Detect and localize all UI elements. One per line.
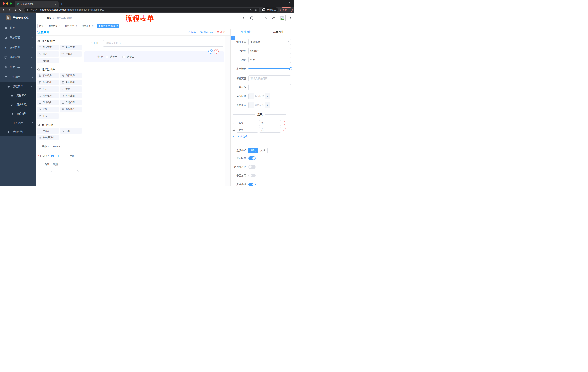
palette-item-counter[interactable]: 123计数器 [60, 51, 82, 57]
radio-on[interactable] [51, 155, 54, 158]
link-tag[interactable] [231, 36, 235, 40]
forward-icon[interactable] [7, 8, 12, 12]
slider-track[interactable] [248, 68, 291, 69]
palette-item-row-container[interactable]: 行容器 [37, 128, 59, 134]
tab-search-chevron-icon[interactable] [289, 2, 292, 4]
default-value-input[interactable]: 1 [248, 84, 291, 90]
palette-item-button[interactable]: 按钮 [60, 128, 82, 134]
back-icon[interactable] [1, 8, 6, 12]
tag-process-definition[interactable]: 流程定义× [47, 24, 62, 28]
remove-option-button[interactable]: − [283, 121, 286, 125]
resize-handle-icon[interactable] [77, 170, 78, 171]
sidebar-item-task-mgmt[interactable]: 任务管理 [0, 118, 36, 128]
tag-close-icon[interactable]: × [116, 25, 118, 27]
avatar[interactable] [279, 15, 286, 21]
sidebar-item-devtools[interactable]: 研发工具 [0, 62, 36, 72]
fullscreen-icon[interactable] [264, 17, 268, 20]
sidebar-item-workflow[interactable]: 工作流程 [0, 72, 36, 82]
search-icon[interactable] [243, 17, 246, 20]
required-switch[interactable] [248, 182, 256, 186]
tag-process-form-edit[interactable]: 流程表单-编辑× [97, 24, 119, 28]
radio-off-label[interactable]: 关闭 [70, 155, 74, 158]
field-phone-input[interactable]: 请输入手机号 [103, 40, 223, 47]
tab-form-props[interactable]: 表单属性 [262, 29, 294, 35]
address-bar[interactable]: 不安全 dashboard.yudao.iocoder.cn/bpm/manag… [24, 8, 259, 12]
palette-item-password[interactable]: 密码 [37, 51, 59, 57]
field-gender-selected[interactable]: 性别 选项一 选项二 [84, 51, 224, 62]
tag-process-form[interactable]: 流程表单× [80, 24, 95, 28]
palette-item-time-picker[interactable]: 时间选择 [37, 93, 59, 98]
bookmark-star-icon[interactable] [255, 8, 258, 11]
title-input[interactable]: 性别 [248, 57, 291, 63]
tab-component-props[interactable]: 组件属性 [231, 29, 262, 35]
sidebar-item-home[interactable]: 首页 [0, 23, 36, 33]
palette-item-switch[interactable]: 开关 [37, 86, 59, 92]
duplicate-field-button[interactable] [209, 49, 213, 53]
increase-button[interactable]: + [265, 93, 270, 99]
reload-icon[interactable] [12, 8, 17, 12]
palette-item-upload[interactable]: 上传 [37, 113, 59, 119]
palette-item-slider[interactable]: 滑块 [60, 86, 82, 92]
sidebar-item-leave-query[interactable]: 请假查询 [0, 128, 36, 137]
palette-item-date-range[interactable]: 日期范围 [60, 100, 82, 105]
decrease-button[interactable]: − [249, 102, 254, 108]
form-remark-textarea[interactable]: 嘿嘿 [51, 162, 79, 172]
checkbox-icon[interactable] [122, 55, 125, 58]
checkbox-option-2[interactable]: 选项二 [122, 55, 134, 58]
palette-item-rate[interactable]: 评分 [37, 107, 59, 112]
palette-item-color-picker[interactable]: 颜色选择 [60, 107, 82, 112]
option-value-input[interactable]: 女 [259, 127, 281, 133]
checkbox-icon[interactable] [105, 55, 108, 58]
sidebar-item-user-group[interactable]: 用户分组 [0, 100, 36, 109]
tag-close-icon[interactable]: × [75, 25, 77, 27]
palette-item-radio-group[interactable]: 单选框组 [37, 80, 59, 85]
radio-off[interactable] [66, 155, 68, 158]
border-switch[interactable] [248, 165, 256, 169]
palette-item-editor[interactable]: 编辑器 [37, 58, 59, 63]
clear-button[interactable]: 清空 [217, 31, 225, 34]
palette-item-cascader[interactable]: 级联选择 [60, 73, 82, 78]
sidebar-item-infra[interactable]: 基础设施 [0, 53, 36, 62]
component-type-select[interactable]: 多选框组 [248, 39, 291, 45]
drag-handle-icon[interactable] [232, 122, 235, 125]
show-label-switch[interactable] [248, 156, 256, 160]
tag-process-model[interactable]: 流程模型× [64, 24, 79, 28]
drawing-board[interactable]: 手机号 请输入手机号 性别 选项一 选项二 [83, 36, 225, 186]
palette-item-time-range[interactable]: 时间范围 [60, 93, 82, 98]
decrease-button[interactable]: − [249, 93, 254, 99]
minimize-window-button[interactable] [6, 2, 8, 5]
security-label[interactable]: 不安全 [30, 8, 37, 11]
sidebar-item-process-model[interactable]: 流程模型 [0, 109, 36, 118]
field-name-input[interactable]: field122 [248, 48, 291, 54]
radio-on-label[interactable]: 开启 [55, 155, 60, 158]
browser-menu-icon[interactable]: ⋮ [288, 9, 291, 11]
disabled-switch[interactable] [248, 174, 256, 177]
palette-item-textarea[interactable]: 多行文本 [60, 45, 82, 50]
increase-button[interactable]: + [265, 102, 270, 108]
home-icon[interactable] [18, 8, 22, 12]
tab-close-icon[interactable]: × [54, 3, 57, 6]
label-width-input[interactable]: 请输入标签宽度 [248, 75, 291, 81]
drag-handle-icon[interactable] [232, 128, 235, 131]
checkbox-option-1[interactable]: 选项一 [105, 55, 117, 58]
new-tab-button[interactable]: + [59, 1, 65, 7]
sidebar-item-process-mgmt[interactable]: 流程管理 [0, 82, 36, 91]
help-icon[interactable] [257, 17, 261, 20]
option-value-input[interactable]: 男 [259, 120, 281, 126]
palette-item-checkbox-group[interactable]: 多选框组 [60, 80, 82, 85]
max-select-value[interactable]: 最多可选 [254, 102, 265, 108]
breadcrumb-root[interactable]: 首页 [47, 16, 52, 20]
browser-tab[interactable]: 芋道管理系统 × [15, 1, 59, 7]
palette-item-select[interactable]: 下拉选择 [37, 73, 59, 78]
slider-handle[interactable] [289, 67, 292, 70]
style-button-button[interactable]: 按钮 [258, 148, 268, 153]
font-size-icon[interactable]: тT [272, 17, 275, 20]
github-icon[interactable] [250, 16, 253, 20]
palette-item-date-picker[interactable]: 日期选择 [37, 100, 59, 105]
maximize-window-button[interactable] [10, 2, 12, 5]
style-default-button[interactable]: 默认 [248, 148, 258, 153]
tag-close-icon[interactable]: × [92, 25, 94, 27]
palette-item-table[interactable]: 表格[开发中] [37, 135, 59, 140]
grid-slider[interactable] [248, 66, 291, 72]
window-controls[interactable] [0, 0, 15, 7]
